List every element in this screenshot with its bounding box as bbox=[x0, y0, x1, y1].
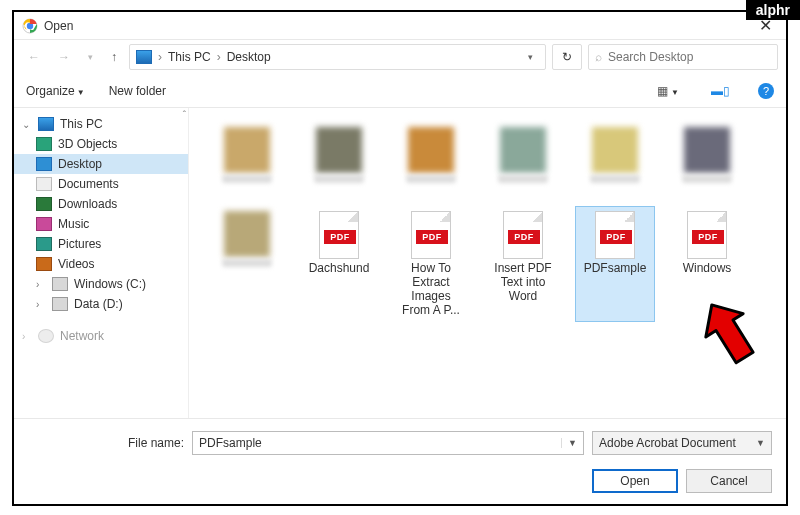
up-button[interactable]: ↑ bbox=[105, 46, 123, 68]
tree-downloads[interactable]: Downloads bbox=[14, 194, 188, 214]
file-label: Dachshund bbox=[309, 261, 370, 275]
downloads-icon bbox=[36, 197, 52, 211]
videos-icon bbox=[36, 257, 52, 271]
file-pane[interactable]: PDFDachshund PDFHow To Extract Images Fr… bbox=[189, 108, 786, 418]
folder-label-blurred bbox=[682, 175, 732, 183]
organize-menu[interactable]: Organize▼ bbox=[26, 84, 85, 98]
breadcrumb-dropdown[interactable]: ▾ bbox=[522, 52, 539, 62]
folder-label-blurred bbox=[314, 175, 364, 183]
chevron-down-icon[interactable]: ▼ bbox=[756, 438, 765, 448]
tree-pictures[interactable]: Pictures bbox=[14, 234, 188, 254]
pdf-icon: PDF bbox=[319, 211, 359, 259]
nav-row: ← → ▾ ↑ › This PC › Desktop ▾ ↻ ⌕ bbox=[14, 40, 786, 74]
breadcrumb-leaf[interactable]: Desktop bbox=[227, 50, 271, 64]
filetype-filter[interactable]: Adobe Acrobat Document ▼ bbox=[592, 431, 772, 455]
file-pdf-dachshund[interactable]: PDFDachshund bbox=[299, 206, 379, 322]
network-icon bbox=[38, 329, 54, 343]
scroll-up-icon[interactable]: ˆ bbox=[183, 110, 186, 121]
folder-item[interactable] bbox=[667, 122, 747, 188]
recent-dropdown[interactable]: ▾ bbox=[82, 48, 99, 66]
search-input[interactable] bbox=[608, 50, 771, 64]
folder-label-blurred bbox=[222, 259, 272, 267]
tree-this-pc[interactable]: ⌄This PC bbox=[14, 114, 188, 134]
folder-label-blurred bbox=[406, 175, 456, 183]
preview-pane-button[interactable]: ▬▯ bbox=[707, 82, 734, 100]
pdf-icon: PDF bbox=[503, 211, 543, 259]
folder-item[interactable] bbox=[299, 122, 379, 188]
refresh-button[interactable]: ↻ bbox=[552, 44, 582, 70]
toolbar: Organize▼ New folder ▦ ▼ ▬▯ ? bbox=[14, 74, 786, 108]
desktop-icon bbox=[36, 157, 52, 171]
file-label: How To Extract Images From A P... bbox=[396, 261, 466, 317]
search-icon: ⌕ bbox=[595, 50, 602, 64]
folder-item[interactable] bbox=[207, 206, 287, 322]
folder-label-blurred bbox=[222, 175, 272, 183]
filename-combo[interactable]: ▼ bbox=[192, 431, 584, 455]
folder-thumb bbox=[224, 211, 270, 257]
folder-thumb bbox=[684, 127, 730, 173]
folder-thumb bbox=[592, 127, 638, 173]
folder-item[interactable] bbox=[207, 122, 287, 188]
search-box[interactable]: ⌕ bbox=[588, 44, 778, 70]
tree-music[interactable]: Music bbox=[14, 214, 188, 234]
pdf-icon: PDF bbox=[411, 211, 451, 259]
footer: File name: ▼ Adobe Acrobat Document ▼ Op… bbox=[14, 418, 786, 503]
file-pdf-pdfsample[interactable]: PDFPDFsample bbox=[575, 206, 655, 322]
folder-item[interactable] bbox=[575, 122, 655, 188]
chevron-down-icon[interactable]: ▼ bbox=[561, 438, 583, 448]
pc-icon bbox=[136, 50, 152, 64]
tree-desktop[interactable]: Desktop bbox=[14, 154, 188, 174]
file-label: Insert PDF Text into Word bbox=[488, 261, 558, 303]
tree-drive-d[interactable]: ›Data (D:) bbox=[14, 294, 188, 314]
folder-label-blurred bbox=[590, 175, 640, 183]
filter-label: Adobe Acrobat Document bbox=[599, 436, 756, 450]
folder-thumb bbox=[316, 127, 362, 173]
view-options-button[interactable]: ▦ ▼ bbox=[653, 82, 683, 100]
dialog-open: Open ✕ ← → ▾ ↑ › This PC › Desktop ▾ ↻ ⌕… bbox=[12, 10, 788, 506]
filename-input[interactable] bbox=[193, 436, 561, 450]
tree-drive-c[interactable]: ›Windows (C:) bbox=[14, 274, 188, 294]
file-label: Windows bbox=[683, 261, 732, 275]
watermark-badge: alphr bbox=[746, 0, 800, 20]
new-folder-button[interactable]: New folder bbox=[109, 84, 166, 98]
back-button[interactable]: ← bbox=[22, 46, 46, 68]
file-pdf-howto[interactable]: PDFHow To Extract Images From A P... bbox=[391, 206, 471, 322]
nav-tree: ˆ ⌄This PC 3D Objects Desktop Documents … bbox=[14, 108, 189, 418]
folder-thumb bbox=[408, 127, 454, 173]
tree-network[interactable]: ›Network bbox=[14, 326, 188, 346]
drive-icon bbox=[52, 277, 68, 291]
pictures-icon bbox=[36, 237, 52, 251]
help-icon[interactable]: ? bbox=[758, 83, 774, 99]
forward-button: → bbox=[52, 46, 76, 68]
cancel-button[interactable]: Cancel bbox=[686, 469, 772, 493]
file-label: PDFsample bbox=[584, 261, 647, 275]
tree-videos[interactable]: Videos bbox=[14, 254, 188, 274]
breadcrumb[interactable]: › This PC › Desktop ▾ bbox=[129, 44, 546, 70]
annotation-arrow bbox=[699, 298, 765, 378]
folder-item[interactable] bbox=[483, 122, 563, 188]
music-icon bbox=[36, 217, 52, 231]
tree-documents[interactable]: Documents bbox=[14, 174, 188, 194]
folder-thumb bbox=[500, 127, 546, 173]
pdf-icon: PDF bbox=[687, 211, 727, 259]
pdf-icon: PDF bbox=[595, 211, 635, 259]
file-pdf-insert[interactable]: PDFInsert PDF Text into Word bbox=[483, 206, 563, 322]
filename-label: File name: bbox=[28, 436, 184, 450]
chrome-icon bbox=[22, 18, 38, 34]
chevron-right-icon: › bbox=[217, 50, 221, 64]
tree-3d-objects[interactable]: 3D Objects bbox=[14, 134, 188, 154]
breadcrumb-root[interactable]: This PC bbox=[168, 50, 211, 64]
objects-icon bbox=[36, 137, 52, 151]
documents-icon bbox=[36, 177, 52, 191]
folder-label-blurred bbox=[498, 175, 548, 183]
folder-thumb bbox=[224, 127, 270, 173]
titlebar: Open ✕ bbox=[14, 12, 786, 40]
open-button[interactable]: Open bbox=[592, 469, 678, 493]
dialog-title: Open bbox=[44, 19, 73, 33]
pc-icon bbox=[38, 117, 54, 131]
chevron-right-icon: › bbox=[158, 50, 162, 64]
folder-item[interactable] bbox=[391, 122, 471, 188]
drive-icon bbox=[52, 297, 68, 311]
